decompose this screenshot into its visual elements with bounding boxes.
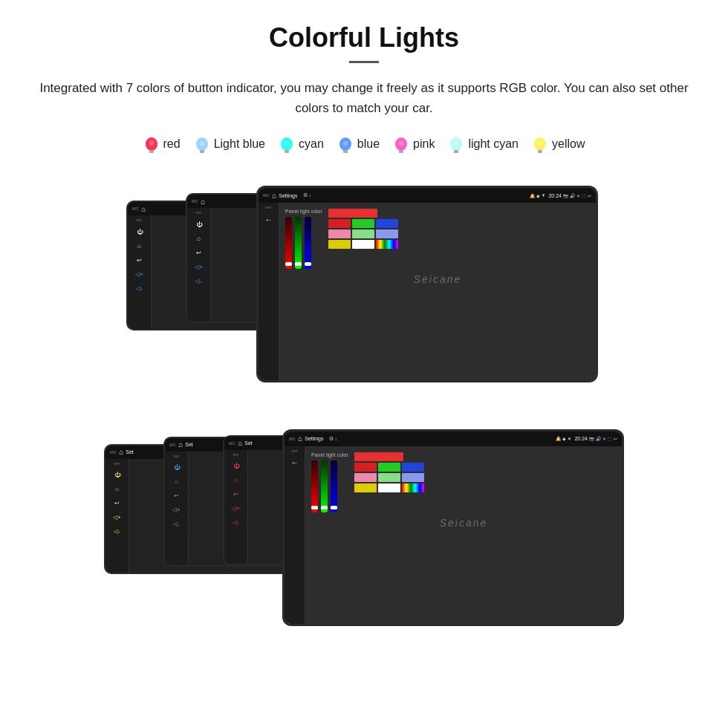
svg-point-3 bbox=[149, 141, 154, 146]
color-item-pink: pink bbox=[393, 134, 435, 154]
rgb-sliders-bottom bbox=[311, 460, 348, 512]
color-item-cyan: cyan bbox=[279, 134, 324, 154]
color-item-blue: blue bbox=[337, 134, 380, 154]
device-stack-top: MIC ⌂ ← RST ⏻ ⌂ ↩ ◁+ ◁- bbox=[126, 186, 602, 386]
page-title: Colorful Lights bbox=[30, 22, 698, 53]
page-wrapper: Colorful Lights Integrated with 7 colors… bbox=[0, 0, 728, 680]
color-item-red: red bbox=[143, 134, 181, 154]
svg-rect-2 bbox=[149, 150, 154, 153]
color-label-yellow: yellow bbox=[552, 137, 585, 151]
color-label-blue: blue bbox=[357, 137, 380, 151]
color-label-red: red bbox=[163, 137, 181, 151]
watermark-top: Seicane bbox=[282, 272, 593, 287]
svg-rect-11 bbox=[343, 150, 348, 153]
color-item-lightblue: Light blue bbox=[194, 134, 265, 154]
device-3-main: MIC ⌂ Settings ⚙ ↓ 🔔◆▼ 20:24 📷🔊✕⬚↩ bbox=[256, 186, 598, 382]
bulb-blue bbox=[337, 134, 354, 154]
svg-rect-20 bbox=[538, 150, 542, 153]
svg-point-9 bbox=[285, 141, 289, 146]
svg-point-6 bbox=[200, 141, 204, 146]
bulb-cyan bbox=[279, 134, 295, 154]
description: Integrated with 7 colors of button indic… bbox=[30, 78, 698, 118]
svg-rect-14 bbox=[399, 150, 403, 153]
bulb-lightblue bbox=[194, 134, 210, 154]
bulb-red bbox=[143, 134, 160, 154]
svg-point-12 bbox=[343, 141, 348, 146]
bulb-yellow bbox=[532, 134, 548, 154]
svg-point-18 bbox=[454, 141, 458, 146]
svg-rect-8 bbox=[285, 150, 289, 153]
color-label-lightcyan: light cyan bbox=[468, 137, 519, 151]
svg-rect-5 bbox=[200, 150, 204, 153]
bulb-lightcyan bbox=[448, 134, 464, 154]
title-divider bbox=[349, 61, 379, 63]
panel-light-label: Panel light color bbox=[285, 209, 322, 214]
device-time-bottom: 20:24 bbox=[574, 436, 588, 441]
panel-light-label-bottom: Panel light color bbox=[311, 452, 348, 457]
color-label-cyan: cyan bbox=[299, 137, 324, 151]
top-row-screens: MIC ⌂ ← RST ⏻ ⌂ ↩ ◁+ ◁- bbox=[30, 175, 698, 397]
color-item-yellow: yellow bbox=[532, 134, 585, 154]
device-stack-bottom: MIC ⌂ Set RST ⏻ ⌂ ↩ ◁+ ◁- bbox=[104, 429, 624, 641]
svg-rect-17 bbox=[454, 150, 458, 153]
watermark-bottom: Seicane bbox=[308, 515, 619, 530]
device-time: 20:24 bbox=[548, 193, 562, 198]
device-4b-main: MIC ⌂ Settings ⚙ ↓ 🔔◆▼ 20:24 📷🔊✕⬚↩ bbox=[282, 429, 624, 626]
color-swatches-bottom bbox=[354, 452, 616, 494]
color-label-lightblue: Light blue bbox=[214, 137, 265, 151]
color-label-pink: pink bbox=[413, 137, 435, 151]
svg-point-15 bbox=[399, 141, 403, 146]
rgb-sliders bbox=[285, 217, 322, 269]
bottom-row-screens: MIC ⌂ Set RST ⏻ ⌂ ↩ ◁+ ◁- bbox=[30, 420, 698, 650]
bulb-pink bbox=[393, 134, 409, 154]
color-item-lightcyan: light cyan bbox=[448, 134, 519, 154]
svg-point-21 bbox=[538, 141, 542, 146]
color-list: red Light blue cyan bbox=[30, 134, 698, 154]
color-swatches bbox=[328, 209, 590, 250]
